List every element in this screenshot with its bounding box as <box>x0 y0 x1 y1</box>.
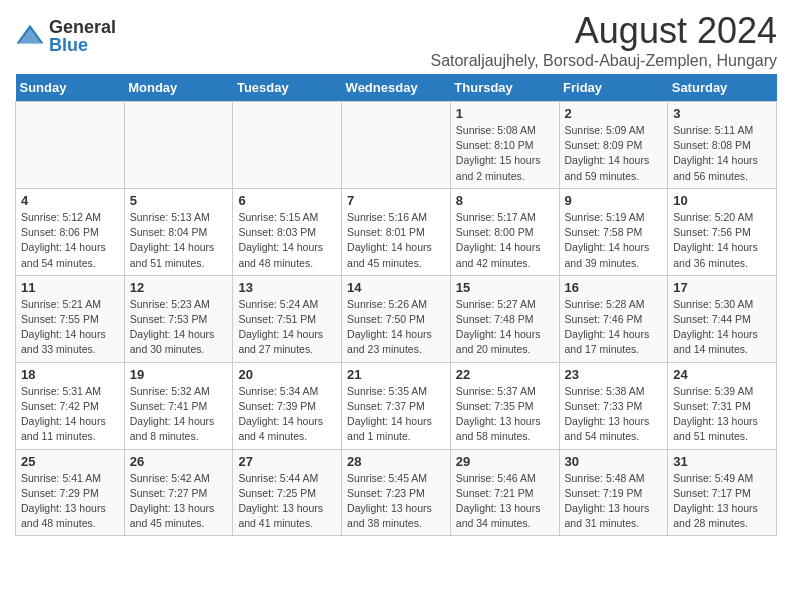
logo-text: General Blue <box>49 18 116 54</box>
calendar-cell: 21Sunrise: 5:35 AM Sunset: 7:37 PM Dayli… <box>342 362 451 449</box>
day-info: Sunrise: 5:42 AM Sunset: 7:27 PM Dayligh… <box>130 472 215 530</box>
calendar-cell: 13Sunrise: 5:24 AM Sunset: 7:51 PM Dayli… <box>233 275 342 362</box>
week-row-5: 25Sunrise: 5:41 AM Sunset: 7:29 PM Dayli… <box>16 449 777 536</box>
calendar-cell: 7Sunrise: 5:16 AM Sunset: 8:01 PM Daylig… <box>342 188 451 275</box>
day-number: 4 <box>21 193 119 208</box>
day-number: 9 <box>565 193 663 208</box>
calendar-cell <box>16 102 125 189</box>
calendar-cell: 10Sunrise: 5:20 AM Sunset: 7:56 PM Dayli… <box>668 188 777 275</box>
day-header-monday: Monday <box>124 74 233 102</box>
week-row-2: 4Sunrise: 5:12 AM Sunset: 8:06 PM Daylig… <box>16 188 777 275</box>
calendar-cell: 16Sunrise: 5:28 AM Sunset: 7:46 PM Dayli… <box>559 275 668 362</box>
calendar-cell: 14Sunrise: 5:26 AM Sunset: 7:50 PM Dayli… <box>342 275 451 362</box>
day-info: Sunrise: 5:31 AM Sunset: 7:42 PM Dayligh… <box>21 385 106 443</box>
day-number: 30 <box>565 454 663 469</box>
calendar-cell <box>342 102 451 189</box>
day-info: Sunrise: 5:13 AM Sunset: 8:04 PM Dayligh… <box>130 211 215 269</box>
calendar-cell: 22Sunrise: 5:37 AM Sunset: 7:35 PM Dayli… <box>450 362 559 449</box>
week-row-4: 18Sunrise: 5:31 AM Sunset: 7:42 PM Dayli… <box>16 362 777 449</box>
day-header-saturday: Saturday <box>668 74 777 102</box>
main-title: August 2024 <box>430 10 777 52</box>
day-header-wednesday: Wednesday <box>342 74 451 102</box>
day-number: 18 <box>21 367 119 382</box>
day-header-friday: Friday <box>559 74 668 102</box>
day-number: 27 <box>238 454 336 469</box>
day-number: 24 <box>673 367 771 382</box>
day-number: 22 <box>456 367 554 382</box>
day-header-tuesday: Tuesday <box>233 74 342 102</box>
calendar-table: SundayMondayTuesdayWednesdayThursdayFrid… <box>15 74 777 536</box>
week-row-3: 11Sunrise: 5:21 AM Sunset: 7:55 PM Dayli… <box>16 275 777 362</box>
day-info: Sunrise: 5:26 AM Sunset: 7:50 PM Dayligh… <box>347 298 432 356</box>
day-number: 7 <box>347 193 445 208</box>
day-number: 10 <box>673 193 771 208</box>
day-info: Sunrise: 5:39 AM Sunset: 7:31 PM Dayligh… <box>673 385 758 443</box>
day-info: Sunrise: 5:32 AM Sunset: 7:41 PM Dayligh… <box>130 385 215 443</box>
day-info: Sunrise: 5:46 AM Sunset: 7:21 PM Dayligh… <box>456 472 541 530</box>
day-number: 5 <box>130 193 228 208</box>
day-number: 19 <box>130 367 228 382</box>
day-info: Sunrise: 5:15 AM Sunset: 8:03 PM Dayligh… <box>238 211 323 269</box>
day-info: Sunrise: 5:38 AM Sunset: 7:33 PM Dayligh… <box>565 385 650 443</box>
calendar-cell: 18Sunrise: 5:31 AM Sunset: 7:42 PM Dayli… <box>16 362 125 449</box>
day-header-thursday: Thursday <box>450 74 559 102</box>
calendar-cell: 12Sunrise: 5:23 AM Sunset: 7:53 PM Dayli… <box>124 275 233 362</box>
day-info: Sunrise: 5:21 AM Sunset: 7:55 PM Dayligh… <box>21 298 106 356</box>
day-number: 28 <box>347 454 445 469</box>
calendar-cell: 27Sunrise: 5:44 AM Sunset: 7:25 PM Dayli… <box>233 449 342 536</box>
day-number: 21 <box>347 367 445 382</box>
day-number: 14 <box>347 280 445 295</box>
calendar-cell: 5Sunrise: 5:13 AM Sunset: 8:04 PM Daylig… <box>124 188 233 275</box>
calendar-cell: 4Sunrise: 5:12 AM Sunset: 8:06 PM Daylig… <box>16 188 125 275</box>
day-info: Sunrise: 5:48 AM Sunset: 7:19 PM Dayligh… <box>565 472 650 530</box>
day-info: Sunrise: 5:41 AM Sunset: 7:29 PM Dayligh… <box>21 472 106 530</box>
day-info: Sunrise: 5:34 AM Sunset: 7:39 PM Dayligh… <box>238 385 323 443</box>
day-info: Sunrise: 5:23 AM Sunset: 7:53 PM Dayligh… <box>130 298 215 356</box>
calendar-cell: 8Sunrise: 5:17 AM Sunset: 8:00 PM Daylig… <box>450 188 559 275</box>
logo-general: General <box>49 18 116 36</box>
day-number: 23 <box>565 367 663 382</box>
calendar-cell: 30Sunrise: 5:48 AM Sunset: 7:19 PM Dayli… <box>559 449 668 536</box>
calendar-cell: 23Sunrise: 5:38 AM Sunset: 7:33 PM Dayli… <box>559 362 668 449</box>
day-info: Sunrise: 5:30 AM Sunset: 7:44 PM Dayligh… <box>673 298 758 356</box>
calendar-cell: 3Sunrise: 5:11 AM Sunset: 8:08 PM Daylig… <box>668 102 777 189</box>
day-info: Sunrise: 5:35 AM Sunset: 7:37 PM Dayligh… <box>347 385 432 443</box>
calendar-cell: 11Sunrise: 5:21 AM Sunset: 7:55 PM Dayli… <box>16 275 125 362</box>
day-number: 31 <box>673 454 771 469</box>
subtitle: Satoraljaujhely, Borsod-Abauj-Zemplen, H… <box>430 52 777 70</box>
day-info: Sunrise: 5:16 AM Sunset: 8:01 PM Dayligh… <box>347 211 432 269</box>
day-info: Sunrise: 5:27 AM Sunset: 7:48 PM Dayligh… <box>456 298 541 356</box>
day-number: 13 <box>238 280 336 295</box>
day-number: 17 <box>673 280 771 295</box>
day-info: Sunrise: 5:17 AM Sunset: 8:00 PM Dayligh… <box>456 211 541 269</box>
calendar-cell: 20Sunrise: 5:34 AM Sunset: 7:39 PM Dayli… <box>233 362 342 449</box>
day-info: Sunrise: 5:20 AM Sunset: 7:56 PM Dayligh… <box>673 211 758 269</box>
logo: General Blue <box>15 18 116 54</box>
day-info: Sunrise: 5:45 AM Sunset: 7:23 PM Dayligh… <box>347 472 432 530</box>
day-info: Sunrise: 5:09 AM Sunset: 8:09 PM Dayligh… <box>565 124 650 182</box>
calendar-cell: 24Sunrise: 5:39 AM Sunset: 7:31 PM Dayli… <box>668 362 777 449</box>
day-info: Sunrise: 5:19 AM Sunset: 7:58 PM Dayligh… <box>565 211 650 269</box>
day-number: 8 <box>456 193 554 208</box>
day-header-sunday: Sunday <box>16 74 125 102</box>
calendar-cell <box>124 102 233 189</box>
logo-blue: Blue <box>49 36 116 54</box>
calendar-cell: 1Sunrise: 5:08 AM Sunset: 8:10 PM Daylig… <box>450 102 559 189</box>
day-number: 12 <box>130 280 228 295</box>
day-number: 25 <box>21 454 119 469</box>
day-number: 15 <box>456 280 554 295</box>
calendar-cell: 19Sunrise: 5:32 AM Sunset: 7:41 PM Dayli… <box>124 362 233 449</box>
header: General Blue August 2024 Satoraljaujhely… <box>15 10 777 70</box>
day-number: 20 <box>238 367 336 382</box>
calendar-cell: 29Sunrise: 5:46 AM Sunset: 7:21 PM Dayli… <box>450 449 559 536</box>
week-row-1: 1Sunrise: 5:08 AM Sunset: 8:10 PM Daylig… <box>16 102 777 189</box>
day-info: Sunrise: 5:37 AM Sunset: 7:35 PM Dayligh… <box>456 385 541 443</box>
day-number: 26 <box>130 454 228 469</box>
calendar-cell: 28Sunrise: 5:45 AM Sunset: 7:23 PM Dayli… <box>342 449 451 536</box>
day-info: Sunrise: 5:24 AM Sunset: 7:51 PM Dayligh… <box>238 298 323 356</box>
calendar-cell: 15Sunrise: 5:27 AM Sunset: 7:48 PM Dayli… <box>450 275 559 362</box>
day-info: Sunrise: 5:08 AM Sunset: 8:10 PM Dayligh… <box>456 124 541 182</box>
day-number: 3 <box>673 106 771 121</box>
day-info: Sunrise: 5:49 AM Sunset: 7:17 PM Dayligh… <box>673 472 758 530</box>
logo-icon <box>15 21 45 51</box>
